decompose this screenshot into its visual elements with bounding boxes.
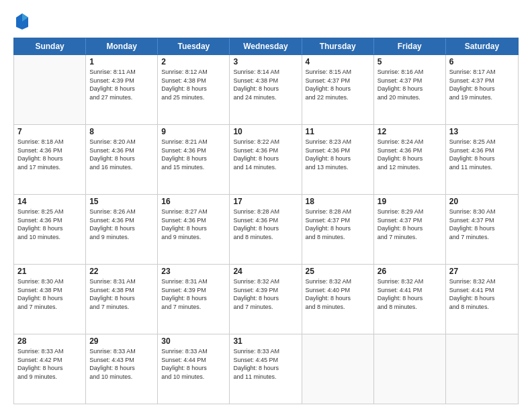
day-number: 2 [161, 57, 226, 66]
day-info: Sunrise: 8:28 AMSunset: 4:36 PMDaylight:… [233, 208, 298, 241]
calendar-header-row: SundayMondayTuesdayWednesdayThursdayFrid… [13, 38, 519, 55]
day-info: Sunrise: 8:16 AMSunset: 4:37 PMDaylight:… [378, 68, 442, 101]
cal-cell: 30Sunrise: 8:33 AMSunset: 4:44 PMDayligh… [158, 334, 230, 404]
day-number: 13 [449, 127, 515, 136]
cal-cell: 3Sunrise: 8:14 AMSunset: 4:38 PMDaylight… [230, 55, 302, 124]
cal-header-friday: Friday [374, 38, 446, 54]
day-number: 18 [306, 197, 370, 206]
day-number: 21 [17, 267, 82, 276]
day-number: 3 [233, 57, 298, 66]
day-number: 31 [233, 336, 298, 346]
day-number: 6 [449, 57, 515, 66]
header [13, 12, 519, 31]
day-info: Sunrise: 8:22 AMSunset: 4:36 PMDaylight:… [233, 138, 298, 171]
day-number: 19 [378, 197, 442, 206]
day-info: Sunrise: 8:21 AMSunset: 4:36 PMDaylight:… [161, 138, 226, 171]
cal-header-tuesday: Tuesday [158, 38, 230, 54]
cal-cell [374, 334, 446, 404]
cal-cell [14, 55, 86, 124]
day-number: 4 [306, 57, 370, 66]
cal-cell: 12Sunrise: 8:24 AMSunset: 4:36 PMDayligh… [374, 125, 446, 194]
cal-cell: 25Sunrise: 8:32 AMSunset: 4:40 PMDayligh… [302, 265, 374, 334]
day-info: Sunrise: 8:32 AMSunset: 4:41 PMDaylight:… [378, 277, 442, 311]
cal-cell: 28Sunrise: 8:33 AMSunset: 4:42 PMDayligh… [14, 334, 86, 404]
day-info: Sunrise: 8:24 AMSunset: 4:36 PMDaylight:… [378, 138, 442, 171]
cal-week-3: 14Sunrise: 8:25 AMSunset: 4:36 PMDayligh… [14, 195, 518, 265]
day-number: 29 [89, 336, 154, 346]
day-number: 5 [378, 57, 442, 66]
cal-cell: 14Sunrise: 8:25 AMSunset: 4:36 PMDayligh… [14, 195, 86, 264]
day-number: 9 [161, 127, 226, 136]
day-info: Sunrise: 8:31 AMSunset: 4:39 PMDaylight:… [161, 277, 226, 311]
day-number: 27 [449, 267, 515, 276]
day-number: 23 [161, 267, 226, 276]
cal-cell: 5Sunrise: 8:16 AMSunset: 4:37 PMDaylight… [374, 55, 446, 124]
cal-cell: 31Sunrise: 8:33 AMSunset: 4:45 PMDayligh… [230, 334, 302, 404]
cal-week-4: 21Sunrise: 8:30 AMSunset: 4:38 PMDayligh… [14, 265, 518, 334]
cal-header-thursday: Thursday [302, 38, 374, 54]
cal-week-2: 7Sunrise: 8:18 AMSunset: 4:36 PMDaylight… [14, 125, 518, 195]
day-number: 10 [233, 127, 298, 136]
day-info: Sunrise: 8:33 AMSunset: 4:43 PMDaylight:… [89, 347, 154, 381]
cal-cell: 13Sunrise: 8:25 AMSunset: 4:36 PMDayligh… [446, 125, 518, 194]
day-info: Sunrise: 8:14 AMSunset: 4:38 PMDaylight:… [233, 68, 298, 101]
day-info: Sunrise: 8:15 AMSunset: 4:37 PMDaylight:… [306, 68, 370, 101]
day-number: 1 [89, 57, 154, 66]
day-info: Sunrise: 8:33 AMSunset: 4:44 PMDaylight:… [161, 347, 226, 381]
cal-cell: 20Sunrise: 8:30 AMSunset: 4:37 PMDayligh… [446, 195, 518, 264]
day-info: Sunrise: 8:32 AMSunset: 4:40 PMDaylight:… [306, 277, 370, 311]
day-number: 30 [161, 336, 226, 346]
day-number: 26 [378, 267, 442, 276]
day-info: Sunrise: 8:11 AMSunset: 4:39 PMDaylight:… [89, 68, 154, 101]
cal-cell [302, 334, 374, 404]
day-info: Sunrise: 8:25 AMSunset: 4:36 PMDaylight:… [17, 208, 82, 241]
cal-cell: 4Sunrise: 8:15 AMSunset: 4:37 PMDaylight… [302, 55, 374, 124]
cal-cell: 1Sunrise: 8:11 AMSunset: 4:39 PMDaylight… [86, 55, 158, 124]
cal-week-1: 1Sunrise: 8:11 AMSunset: 4:39 PMDaylight… [14, 55, 518, 125]
logo-icon [15, 12, 30, 31]
day-info: Sunrise: 8:17 AMSunset: 4:37 PMDaylight:… [449, 68, 515, 101]
day-number: 17 [233, 197, 298, 206]
day-info: Sunrise: 8:26 AMSunset: 4:36 PMDaylight:… [89, 208, 154, 241]
cal-cell: 26Sunrise: 8:32 AMSunset: 4:41 PMDayligh… [374, 265, 446, 334]
day-number: 14 [17, 197, 82, 206]
day-info: Sunrise: 8:28 AMSunset: 4:37 PMDaylight:… [306, 208, 370, 241]
cal-cell: 18Sunrise: 8:28 AMSunset: 4:37 PMDayligh… [302, 195, 374, 264]
cal-cell: 10Sunrise: 8:22 AMSunset: 4:36 PMDayligh… [230, 125, 302, 194]
cal-cell: 9Sunrise: 8:21 AMSunset: 4:36 PMDaylight… [158, 125, 230, 194]
cal-header-saturday: Saturday [446, 38, 518, 54]
day-info: Sunrise: 8:23 AMSunset: 4:36 PMDaylight:… [306, 138, 370, 171]
cal-week-5: 28Sunrise: 8:33 AMSunset: 4:42 PMDayligh… [14, 334, 518, 404]
cal-cell: 21Sunrise: 8:30 AMSunset: 4:38 PMDayligh… [14, 265, 86, 334]
cal-cell: 22Sunrise: 8:31 AMSunset: 4:38 PMDayligh… [86, 265, 158, 334]
day-info: Sunrise: 8:27 AMSunset: 4:36 PMDaylight:… [161, 208, 226, 241]
cal-cell: 16Sunrise: 8:27 AMSunset: 4:36 PMDayligh… [158, 195, 230, 264]
cal-header-sunday: Sunday [14, 38, 86, 54]
cal-header-monday: Monday [86, 38, 158, 54]
day-number: 24 [233, 267, 298, 276]
day-number: 16 [161, 197, 226, 206]
day-number: 28 [17, 336, 82, 346]
day-info: Sunrise: 8:32 AMSunset: 4:39 PMDaylight:… [233, 277, 298, 311]
day-info: Sunrise: 8:18 AMSunset: 4:36 PMDaylight:… [17, 138, 82, 171]
day-info: Sunrise: 8:31 AMSunset: 4:38 PMDaylight:… [89, 277, 154, 311]
day-info: Sunrise: 8:25 AMSunset: 4:36 PMDaylight:… [449, 138, 515, 171]
day-info: Sunrise: 8:29 AMSunset: 4:37 PMDaylight:… [378, 208, 442, 241]
cal-cell: 24Sunrise: 8:32 AMSunset: 4:39 PMDayligh… [230, 265, 302, 334]
page: SundayMondayTuesdayWednesdayThursdayFrid… [0, 0, 532, 411]
cal-cell: 19Sunrise: 8:29 AMSunset: 4:37 PMDayligh… [374, 195, 446, 264]
cal-cell: 11Sunrise: 8:23 AMSunset: 4:36 PMDayligh… [302, 125, 374, 194]
day-number: 7 [17, 127, 82, 136]
day-info: Sunrise: 8:30 AMSunset: 4:37 PMDaylight:… [449, 208, 515, 241]
day-number: 25 [306, 267, 370, 276]
cal-cell: 2Sunrise: 8:12 AMSunset: 4:38 PMDaylight… [158, 55, 230, 124]
cal-cell: 23Sunrise: 8:31 AMSunset: 4:39 PMDayligh… [158, 265, 230, 334]
cal-cell: 29Sunrise: 8:33 AMSunset: 4:43 PMDayligh… [86, 334, 158, 404]
day-info: Sunrise: 8:33 AMSunset: 4:42 PMDaylight:… [17, 347, 82, 381]
cal-cell: 6Sunrise: 8:17 AMSunset: 4:37 PMDaylight… [446, 55, 518, 124]
calendar: SundayMondayTuesdayWednesdayThursdayFrid… [13, 38, 519, 404]
day-info: Sunrise: 8:32 AMSunset: 4:41 PMDaylight:… [449, 277, 515, 311]
calendar-body: 1Sunrise: 8:11 AMSunset: 4:39 PMDaylight… [13, 55, 519, 404]
cal-header-wednesday: Wednesday [230, 38, 302, 54]
day-info: Sunrise: 8:20 AMSunset: 4:36 PMDaylight:… [89, 138, 154, 171]
